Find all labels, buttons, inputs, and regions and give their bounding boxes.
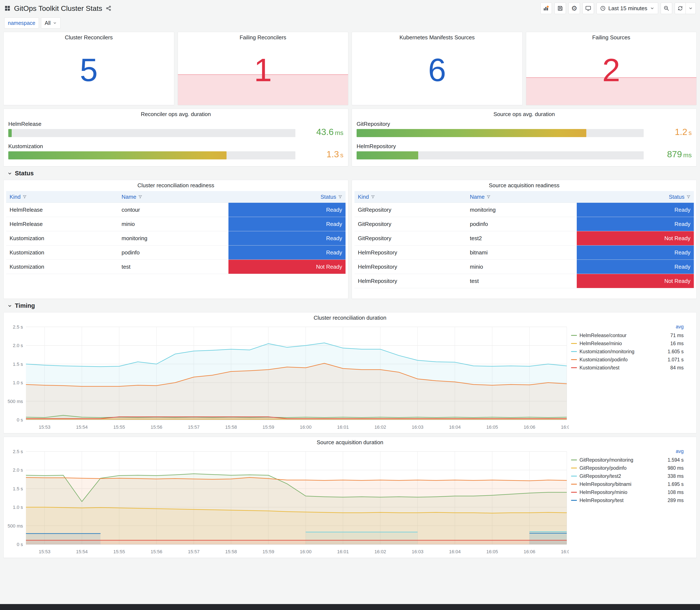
cluster-reconciliation-duration-panel: Cluster reconciliation duration 15:5315:… [3, 312, 697, 433]
legend-item[interactable]: HelmRepository/minio108 ms [571, 488, 684, 496]
legend-series-name[interactable]: HelmRepository/minio [580, 489, 627, 495]
legend-series-name[interactable]: GitRepository/podinfo [580, 465, 626, 471]
legend-series-name[interactable]: Kustomization/test [580, 365, 619, 371]
legend-series-avg: 1.594 s [668, 457, 684, 463]
legend-item[interactable]: HelmRepository/test289 ms [571, 496, 684, 504]
svg-text:16:07: 16:07 [561, 549, 569, 554]
legend-series-name[interactable]: GitRepository/monitoring [580, 457, 633, 463]
dashboard-header: GitOps Toolkit Cluster Stats ⚙ [0, 0, 700, 17]
table-row[interactable]: HelmRelease contour Ready [6, 203, 345, 217]
svg-text:0 s: 0 s [17, 417, 23, 422]
time-series-plot[interactable]: 15:5315:5415:5515:5615:5715:5815:5916:00… [6, 448, 569, 555]
svg-text:15:59: 15:59 [262, 549, 274, 554]
cell-status: Ready [577, 260, 694, 274]
table-row[interactable]: HelmRepository bitnami Ready [355, 245, 694, 260]
apps-grid-icon[interactable] [4, 5, 11, 12]
column-header-kind[interactable]: Kind [355, 191, 467, 203]
bar-gauge: GitRepository 1.2s [357, 121, 692, 137]
panel-title: Source acquisition readiness [352, 180, 696, 191]
time-range-picker[interactable]: Last 15 minutes [597, 2, 658, 14]
cell-status: Ready [577, 245, 694, 259]
legend-series-name[interactable]: HelmRelease/minio [580, 341, 622, 347]
legend-series-avg: 338 ms [668, 473, 684, 479]
table-row[interactable]: GitRepository podinfo Ready [355, 217, 694, 231]
legend-item[interactable]: GitRepository/monitoring1.594 s [571, 456, 684, 464]
cell-status: Ready [577, 203, 694, 217]
bar-gauge: Kustomization 1.3s [8, 143, 343, 159]
table-row[interactable]: Kustomization podinfo Ready [6, 245, 345, 260]
table-row[interactable]: HelmRepository minio Ready [355, 260, 694, 274]
gauge-track [8, 129, 295, 137]
svg-text:15:55: 15:55 [113, 424, 125, 430]
filter-funnel-icon[interactable] [338, 195, 342, 199]
gauge-label: HelmRelease [8, 121, 295, 127]
chevron-down-icon [650, 6, 654, 11]
legend-series-name[interactable]: HelmRepository/bitnami [580, 481, 631, 487]
filter-funnel-icon[interactable] [371, 195, 375, 199]
legend-item[interactable]: Kustomization/podinfo1.071 s [571, 356, 684, 364]
table-row[interactable]: HelmRepository test Not Ready [355, 274, 694, 288]
column-header-name[interactable]: Name [467, 191, 577, 203]
legend-item[interactable]: GitRepository/podinfo980 ms [571, 464, 684, 472]
cluster-readiness-table-panel: Cluster reconciliation readiness Kind Na… [3, 180, 348, 299]
table-row[interactable]: Kustomization test Not Ready [6, 260, 345, 274]
filter-funnel-icon[interactable] [687, 195, 690, 199]
table-row[interactable]: Kustomization monitoring Ready [6, 231, 345, 245]
legend-item[interactable]: GitRepository/test2338 ms [571, 472, 684, 480]
gauge-value: 1.3s [301, 150, 343, 159]
add-panel-button[interactable] [540, 2, 552, 14]
svg-text:16:04: 16:04 [449, 549, 461, 554]
cell-kind: GitRepository [355, 217, 467, 231]
legend-series-avg: 980 ms [668, 465, 684, 471]
legend-series-name[interactable]: Kustomization/podinfo [580, 357, 628, 363]
svg-text:1.0 s: 1.0 s [13, 504, 23, 510]
filter-funnel-icon[interactable] [23, 195, 27, 199]
legend-series-name[interactable]: HelmRelease/contour [580, 333, 626, 338]
cell-kind: HelmRelease [6, 203, 118, 217]
legend-series-color [571, 351, 577, 352]
column-header-status[interactable]: Status [577, 191, 694, 203]
svg-text:1.5 s: 1.5 s [13, 362, 23, 367]
dashboard-settings-button[interactable]: ⚙ [568, 2, 580, 14]
svg-text:15:59: 15:59 [262, 424, 274, 430]
cell-name: bitnami [467, 245, 577, 259]
bottom-bar [0, 604, 700, 610]
refresh-button-group [675, 2, 696, 14]
zoom-out-button[interactable] [661, 2, 672, 14]
section-header-status[interactable]: Status [7, 170, 693, 177]
legend-item[interactable]: HelmRelease/contour71 ms [571, 331, 684, 339]
table-row[interactable]: HelmRelease minio Ready [6, 217, 345, 231]
legend-item[interactable]: Kustomization/test84 ms [571, 364, 684, 372]
panel-title: Source ops avg. duration [352, 109, 696, 119]
refresh-button[interactable] [675, 3, 686, 14]
time-series-plot[interactable]: 15:5315:5415:5515:5615:5715:5815:5916:00… [6, 323, 569, 430]
filter-funnel-icon[interactable] [139, 195, 142, 199]
legend-series-name[interactable]: HelmRepository/test [580, 498, 623, 503]
section-header-timing[interactable]: Timing [7, 302, 693, 309]
table-row[interactable]: GitRepository monitoring Ready [355, 203, 694, 217]
legend-series-name[interactable]: GitRepository/test2 [580, 473, 621, 479]
filter-funnel-icon[interactable] [487, 195, 490, 199]
legend-item[interactable]: HelmRepository/bitnami1.695 s [571, 480, 684, 488]
cycle-view-mode-button[interactable] [583, 2, 594, 14]
legend-series-color [571, 359, 577, 360]
table-row[interactable]: GitRepository test2 Not Ready [355, 231, 694, 245]
svg-text:16:06: 16:06 [524, 424, 535, 430]
column-header-status[interactable]: Status [228, 191, 345, 203]
gauge-list: GitRepository 1.2s HelmRepository [352, 119, 696, 159]
legend-series-name[interactable]: Kustomization/monitoring [580, 349, 634, 354]
legend-avg-header: avg [571, 448, 684, 454]
variable-label-namespace[interactable]: namespace [4, 17, 39, 29]
variable-value-dropdown[interactable]: All [41, 17, 61, 29]
svg-text:16:02: 16:02 [374, 549, 386, 554]
legend-item[interactable]: Kustomization/monitoring1.605 s [571, 348, 684, 356]
save-dashboard-button[interactable] [554, 2, 566, 14]
column-header-name[interactable]: Name [118, 191, 228, 203]
legend-item[interactable]: HelmRelease/minio16 ms [571, 339, 684, 348]
gauge-value: 43.6ms [301, 128, 343, 137]
panel-title: Failing Sources [526, 32, 697, 43]
svg-text:16:01: 16:01 [337, 424, 349, 430]
column-header-kind[interactable]: Kind [6, 191, 118, 203]
refresh-interval-dropdown[interactable] [686, 3, 696, 14]
share-icon[interactable] [105, 5, 112, 11]
